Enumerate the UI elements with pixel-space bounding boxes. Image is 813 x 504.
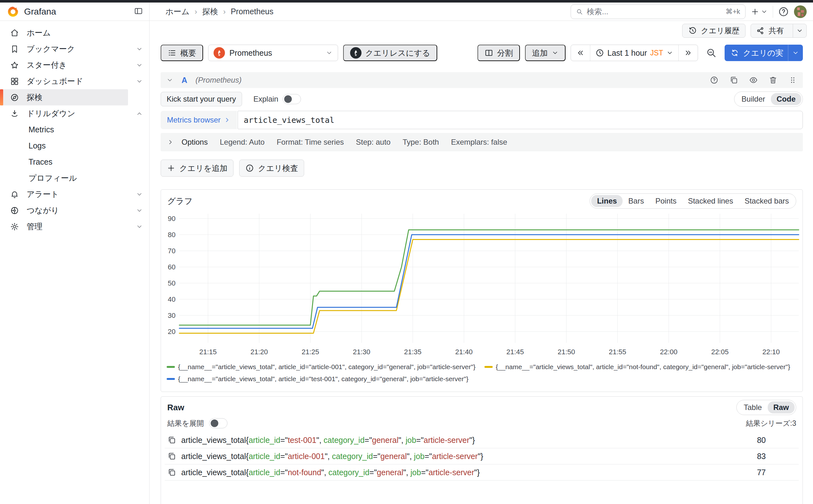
svg-text:21:50: 21:50	[558, 348, 575, 356]
chevron-down-icon	[796, 27, 803, 34]
sidebar-item-metrics[interactable]: Metrics	[0, 122, 149, 138]
sidebar-item-drilldown[interactable]: ドリルダウン	[0, 105, 149, 122]
svg-text:22:05: 22:05	[711, 348, 729, 356]
query-history-button[interactable]: クエリ履歴	[682, 24, 746, 38]
zoom-out-icon	[706, 47, 717, 58]
query-row-actions	[710, 76, 797, 85]
sidebar-item-bookmarks[interactable]: ブックマーク	[0, 41, 149, 57]
tab-code[interactable]: Code	[771, 93, 801, 105]
tab-bars[interactable]: Bars	[623, 195, 650, 207]
sidebar-item-connections[interactable]: つながり	[0, 202, 149, 218]
queryless-button[interactable]: クエリレスにする	[343, 45, 437, 61]
new-button[interactable]	[751, 7, 768, 16]
time-range-picker[interactable]: Last 1 hour JST	[590, 45, 678, 61]
explain-label: Explain	[254, 95, 279, 104]
svg-text:21:20: 21:20	[251, 348, 268, 356]
tab-builder[interactable]: Builder	[736, 93, 771, 105]
time-shift-back-button[interactable]	[571, 45, 590, 61]
sidebar-item-label: 探検	[27, 92, 42, 103]
tab-points[interactable]: Points	[650, 195, 682, 207]
share-button[interactable]: 共有	[751, 24, 807, 38]
help-button[interactable]	[778, 6, 789, 17]
datasource-picker[interactable]: Prometheus	[208, 45, 338, 61]
time-shift-forward-button[interactable]	[678, 45, 698, 61]
chevron-up-icon	[136, 110, 143, 117]
help-icon[interactable]	[710, 76, 719, 85]
add-query-button[interactable]: クエリを追加	[161, 160, 234, 177]
duplicate-icon[interactable]	[729, 76, 738, 85]
tab-lines[interactable]: Lines	[591, 195, 623, 207]
trash-icon[interactable]	[769, 76, 778, 85]
sidebar-item-starred[interactable]: スター付き	[0, 57, 149, 73]
sidebar-item-explore[interactable]: 探検	[0, 89, 128, 105]
grafana-logo-icon	[7, 6, 19, 18]
explain-toggle[interactable]	[283, 94, 301, 104]
query-options-row[interactable]: Options Legend: Auto Format: Time series…	[161, 133, 803, 151]
expand-results-toggle[interactable]	[209, 418, 228, 428]
share-dropdown-caret[interactable]	[793, 24, 806, 37]
tab-stacked-lines[interactable]: Stacked lines	[682, 195, 739, 207]
share-icon	[756, 26, 765, 35]
sidebar-item-traces[interactable]: Traces	[0, 154, 149, 170]
raw-metric-value: 80	[757, 436, 796, 445]
tab-stacked-bars[interactable]: Stacked bars	[739, 195, 795, 207]
chevron-down-icon	[761, 8, 768, 15]
metrics-browser-button[interactable]: Metrics browser	[161, 111, 237, 129]
raw-metric-text: article_views_total{article_id="not-foun…	[181, 468, 752, 477]
tab-raw[interactable]: Raw	[768, 401, 795, 413]
tab-table[interactable]: Table	[738, 401, 767, 413]
overview-button[interactable]: 概要	[161, 45, 203, 61]
sidebar-item-dashboards[interactable]: ダッシュボード	[0, 73, 149, 89]
sidebar-item-profiles[interactable]: プロフィール	[0, 170, 149, 186]
help-icon	[778, 6, 789, 17]
sidebar-item-alerts[interactable]: アラート	[0, 186, 149, 202]
sidebar-toggle-icon[interactable]	[134, 7, 143, 17]
copy-icon[interactable]	[167, 452, 176, 461]
collapse-chevron-icon[interactable]	[166, 77, 173, 84]
sidebar-item-home[interactable]: ホーム	[0, 25, 149, 41]
zoom-out-button[interactable]	[703, 45, 720, 61]
query-datasource-hint: (Prometheus)	[195, 76, 242, 85]
graph-style-tabs: Lines Bars Points Stacked lines Stacked …	[589, 193, 796, 209]
option-format: Format: Time series	[277, 138, 344, 147]
user-avatar[interactable]	[794, 5, 807, 18]
raw-results-panel: Raw Table Raw 結果を展開 結果シリーズ:3 article_vie…	[161, 396, 803, 504]
drag-handle-icon[interactable]	[788, 76, 797, 85]
queryless-icon	[350, 47, 362, 59]
home-icon	[10, 28, 19, 37]
search-placeholder: 検索...	[587, 7, 608, 17]
svg-text:21:35: 21:35	[404, 348, 421, 356]
copy-icon[interactable]	[167, 468, 176, 477]
legend-item-not-found[interactable]: {__name__="article_views_total", article…	[484, 363, 790, 371]
split-button[interactable]: 分割	[477, 45, 520, 61]
legend-item-test-001[interactable]: {__name__="article_views_total", article…	[167, 375, 468, 383]
search-input[interactable]: 検索... ⌘+k	[570, 4, 746, 19]
inspect-query-button[interactable]: クエリ検査	[239, 160, 304, 177]
svg-text:22:00: 22:00	[660, 348, 678, 356]
top-bar: Grafana ホーム › 探検 › Prometheus 検索... ⌘+k	[0, 3, 813, 21]
svg-text:21:15: 21:15	[199, 348, 217, 356]
breadcrumb-explore[interactable]: 探検	[202, 6, 218, 17]
sidebar-item-label: つながり	[27, 205, 59, 216]
run-query-button[interactable]: クエリの実行	[725, 45, 803, 61]
promql-query-input[interactable]: article_views_total	[238, 111, 803, 129]
explore-toolbar: 概要 Prometheus クエリレスにする 分割 追加	[150, 41, 813, 65]
copy-icon[interactable]	[167, 436, 176, 444]
raw-controls: 結果を展開 結果シリーズ:3	[165, 414, 799, 432]
promql-query-text: article_views_total	[244, 116, 334, 125]
svg-text:21:45: 21:45	[506, 348, 524, 356]
window-top-strip	[0, 0, 813, 3]
run-query-interval-caret[interactable]	[788, 45, 803, 61]
legend-item-article-001[interactable]: {__name__="article_views_total", article…	[167, 363, 476, 371]
option-type: Type: Both	[403, 138, 439, 147]
query-ref-id[interactable]: A	[181, 76, 187, 85]
eye-icon[interactable]	[749, 76, 758, 85]
breadcrumb-home[interactable]: ホーム	[165, 6, 189, 17]
add-button[interactable]: 追加	[525, 45, 565, 61]
sidebar: ホーム ブックマーク スター付き ダッシュボード 探検 ドリルダウン Metri…	[0, 21, 149, 504]
time-series-chart[interactable]: 203040506070809021:1521:2021:2521:3021:3…	[165, 209, 799, 361]
kick-start-button[interactable]: Kick start your query	[161, 92, 242, 106]
sidebar-item-administration[interactable]: 管理	[0, 218, 149, 235]
sidebar-item-logs[interactable]: Logs	[0, 138, 149, 154]
editor-mode-tabs: Builder Code	[734, 91, 803, 107]
